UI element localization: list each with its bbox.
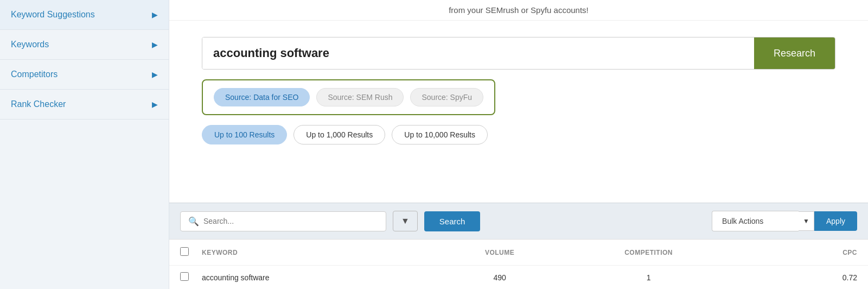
table-header: KEYWORD VOLUME COMPETITION CPC <box>169 239 868 265</box>
column-header-competition: COMPETITION <box>559 249 738 256</box>
results-pill-100[interactable]: Up to 100 Results <box>202 125 287 144</box>
row-checkbox[interactable] <box>180 272 189 281</box>
source-pill-sem-rush[interactable]: Source: SEM Rush <box>316 88 404 106</box>
table-row: accounting software 490 1 0.72 <box>169 265 868 289</box>
bulk-actions-select[interactable]: Bulk Actions <box>712 211 799 231</box>
sidebar-arrow-competitors: ▶ <box>152 70 158 79</box>
column-header-keyword: KEYWORD <box>202 249 440 256</box>
sidebar-item-keyword-suggestions[interactable]: Keyword Suggestions ▶ <box>0 0 169 30</box>
sidebar: Keyword Suggestions ▶ Keywords ▶ Competi… <box>0 0 169 289</box>
filter-icon-button[interactable]: ▼ <box>393 211 418 231</box>
row-volume: 490 <box>440 273 559 282</box>
search-icon: 🔍 <box>188 216 199 227</box>
bulk-actions-dropdown-arrow[interactable]: ▼ <box>799 211 814 231</box>
search-section: Research Source: Data for SEO Source: SE… <box>169 21 868 155</box>
top-bar-text: from your SEMrush or Spyfu accounts! <box>449 5 589 15</box>
sidebar-item-competitors[interactable]: Competitors ▶ <box>0 60 169 90</box>
main-search-row: Research <box>202 37 835 70</box>
research-button[interactable]: Research <box>754 37 835 69</box>
search-button[interactable]: Search <box>424 211 481 231</box>
row-competition: 1 <box>559 273 738 282</box>
sidebar-label-rank-checker: Rank Checker <box>11 99 66 109</box>
results-pill-10000[interactable]: Up to 10,000 Results <box>392 125 488 144</box>
select-all-checkbox[interactable] <box>180 247 189 256</box>
source-options-group: Source: Data for SEO Source: SEM Rush So… <box>202 79 495 115</box>
sidebar-label-keyword-suggestions: Keyword Suggestions <box>11 10 95 20</box>
apply-button[interactable]: Apply <box>814 211 857 231</box>
source-pill-data-for-seo[interactable]: Source: Data for SEO <box>214 88 310 106</box>
source-pill-spyfu[interactable]: Source: SpyFu <box>410 88 483 106</box>
funnel-icon: ▼ <box>401 216 410 225</box>
sidebar-arrow-keywords: ▶ <box>152 40 158 49</box>
sidebar-label-keywords: Keywords <box>11 40 49 49</box>
column-header-volume: VOLUME <box>440 249 559 256</box>
filter-search-input[interactable] <box>203 217 378 225</box>
top-bar: from your SEMrush or Spyfu accounts! <box>169 0 868 21</box>
column-header-cpc: CPC <box>738 249 857 256</box>
sidebar-item-keywords[interactable]: Keywords ▶ <box>0 30 169 60</box>
results-options-group: Up to 100 Results Up to 1,000 Results Up… <box>202 125 835 144</box>
main-content: from your SEMrush or Spyfu accounts! Res… <box>169 0 868 289</box>
row-cpc: 0.72 <box>738 273 857 282</box>
main-search-input[interactable] <box>202 37 754 69</box>
filter-search-wrap: 🔍 <box>180 211 386 231</box>
bottom-toolbar: 🔍 ▼ Search Bulk Actions ▼ Apply <box>169 203 868 239</box>
sidebar-item-rank-checker[interactable]: Rank Checker ▶ <box>0 90 169 120</box>
sidebar-label-competitors: Competitors <box>11 70 58 79</box>
sidebar-arrow-keyword-suggestions: ▶ <box>152 10 158 19</box>
results-pill-1000[interactable]: Up to 1,000 Results <box>293 125 385 144</box>
row-keyword: accounting software <box>202 273 440 282</box>
sidebar-arrow-rank-checker: ▶ <box>152 100 158 109</box>
bulk-actions-section: Bulk Actions ▼ Apply <box>712 211 857 231</box>
